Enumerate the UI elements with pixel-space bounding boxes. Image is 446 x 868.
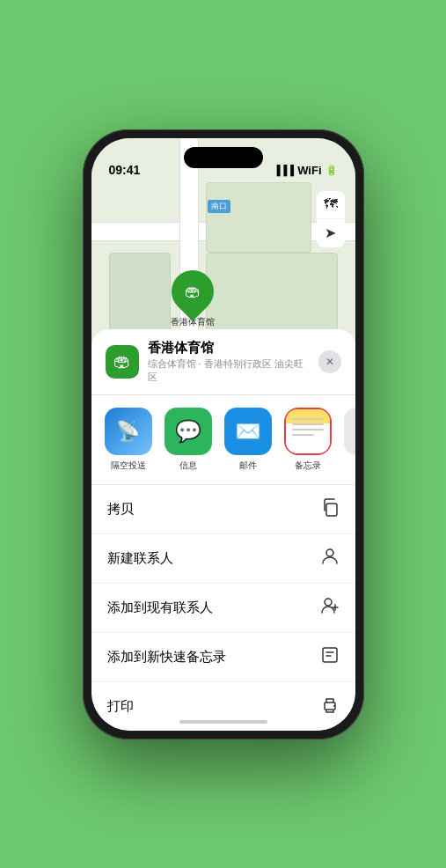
home-indicator — [179, 720, 267, 724]
wifi-icon: WiFi — [297, 164, 321, 177]
airdrop-icon: 📡 — [105, 408, 152, 455]
status-time: 09:41 — [109, 163, 141, 177]
close-icon: ✕ — [325, 356, 334, 368]
location-button[interactable]: ➤ — [317, 219, 345, 247]
venue-pin: 🏟 — [163, 261, 223, 321]
action-print-label: 打印 — [107, 698, 134, 715]
action-add-existing-label: 添加到现有联系人 — [107, 600, 213, 616]
share-item-more[interactable]: 推 — [341, 408, 355, 472]
notes-line-2 — [292, 423, 324, 425]
venue-marker: 🏟 香港体育馆 — [171, 270, 215, 328]
share-item-mail[interactable]: ✉️ 邮件 — [222, 408, 274, 472]
venue-pin-icon: 🏟 — [185, 282, 201, 300]
notes-highlight-border — [284, 408, 332, 455]
airdrop-label: 隔空投送 — [111, 460, 146, 472]
venue-title: 香港体育馆 — [148, 340, 310, 357]
action-quick-note-label: 添加到新快速备忘录 — [107, 649, 226, 666]
share-item-notes[interactable]: 备忘录 — [281, 408, 334, 472]
bottom-sheet: 🏟 香港体育馆 综合体育馆 · 香港特别行政区 油尖旺区 ✕ 📡 隔空投送 — [91, 329, 355, 731]
svg-rect-3 — [323, 648, 337, 662]
airdrop-symbol: 📡 — [116, 420, 140, 443]
svg-point-5 — [333, 705, 335, 707]
venue-subtitle: 综合体育馆 · 香港特别行政区 油尖旺区 — [148, 357, 310, 384]
svg-point-2 — [325, 599, 332, 606]
map-area-label: 南口 — [208, 200, 230, 213]
action-copy-label: 拷贝 — [107, 501, 134, 518]
person-add-icon — [320, 596, 340, 620]
venue-icon-emoji: 🏟 — [113, 351, 131, 371]
messages-label: 信息 — [179, 460, 197, 472]
phone-frame: 09:41 ▐▐▐ WiFi 🔋 南口 🗺 ➤ — [83, 129, 364, 739]
action-copy[interactable]: 拷贝 — [91, 485, 355, 534]
share-item-messages[interactable]: 💬 信息 — [162, 408, 215, 472]
notes-label: 备忘录 — [295, 460, 321, 472]
venue-info-bar: 🏟 香港体育馆 综合体育馆 · 香港特别行政区 油尖旺区 ✕ — [91, 329, 355, 395]
phone-screen: 09:41 ▐▐▐ WiFi 🔋 南口 🗺 ➤ — [91, 138, 355, 731]
mail-icon: ✉️ — [224, 408, 272, 455]
action-quick-note[interactable]: 添加到新快速备忘录 — [91, 633, 355, 682]
mail-label: 邮件 — [239, 460, 257, 472]
notes-line-3 — [292, 429, 324, 430]
action-list: 拷贝 新建联系人 — [91, 485, 355, 731]
person-icon — [320, 547, 340, 570]
copy-icon — [320, 497, 340, 521]
location-arrow-icon: ➤ — [325, 224, 336, 241]
map-controls: 🗺 ➤ — [317, 191, 345, 247]
close-button[interactable]: ✕ — [318, 350, 341, 373]
status-icons: ▐▐▐ WiFi 🔋 — [274, 164, 338, 177]
map-block1 — [206, 182, 311, 253]
action-new-contact[interactable]: 新建联系人 — [91, 534, 355, 584]
note-icon — [320, 645, 340, 669]
map-type-button[interactable]: 🗺 — [317, 191, 345, 219]
share-item-airdrop[interactable]: 📡 隔空投送 — [102, 408, 155, 472]
signal-icon: ▐▐▐ — [274, 165, 294, 175]
print-icon — [320, 695, 340, 718]
notes-line-1 — [292, 418, 324, 420]
notes-line-4 — [292, 434, 314, 436]
svg-rect-0 — [326, 504, 337, 516]
messages-icon: 💬 — [165, 408, 212, 455]
map-block2 — [109, 253, 171, 332]
dynamic-island — [184, 147, 263, 168]
battery-icon: 🔋 — [325, 165, 338, 176]
share-row: 📡 隔空投送 💬 信息 ✉️ 邮件 — [91, 395, 355, 485]
mail-symbol: ✉️ — [235, 419, 261, 444]
more-icon — [344, 408, 355, 455]
venue-text: 香港体育馆 综合体育馆 · 香港特别行政区 油尖旺区 — [148, 340, 310, 384]
notes-icon-wrapper — [286, 409, 330, 453]
venue-pin-inner: 🏟 — [177, 276, 208, 307]
action-new-contact-label: 新建联系人 — [107, 550, 173, 567]
map-icon: 🗺 — [324, 196, 338, 212]
action-add-existing[interactable]: 添加到现有联系人 — [91, 584, 355, 633]
messages-symbol: 💬 — [175, 419, 201, 444]
svg-point-1 — [326, 549, 333, 556]
venue-icon: 🏟 — [106, 345, 139, 379]
